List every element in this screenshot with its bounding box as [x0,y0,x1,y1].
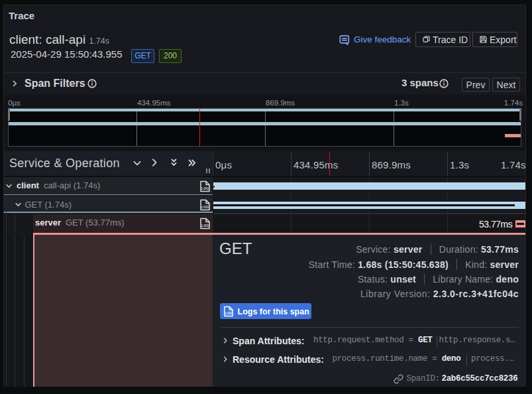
svg-text:LOG: LOG [201,186,209,190]
svg-text:LOG: LOG [225,312,233,315]
svg-text:LOG: LOG [201,205,209,209]
svg-text:LOG: LOG [201,224,209,228]
